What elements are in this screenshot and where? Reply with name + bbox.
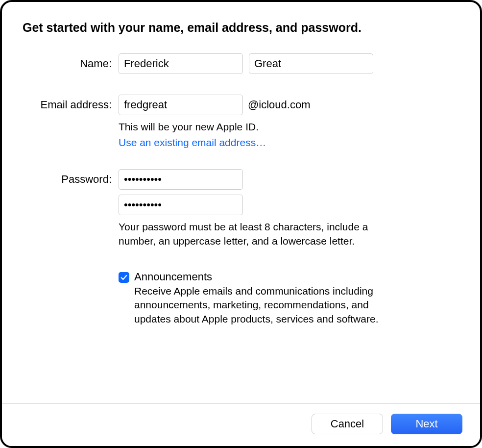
footer: Cancel Next <box>2 403 480 446</box>
password-input[interactable] <box>119 169 243 190</box>
page-heading: Get started with your name, email addres… <box>23 21 459 35</box>
use-existing-email-link[interactable]: Use an existing email address… <box>119 137 459 149</box>
password-label: Password: <box>23 169 119 186</box>
name-label: Name: <box>23 53 119 70</box>
announcements-checkbox[interactable] <box>119 272 129 283</box>
cancel-button[interactable]: Cancel <box>312 414 383 434</box>
email-label: Email address: <box>23 95 119 111</box>
last-name-input[interactable] <box>249 53 373 74</box>
announcements-description: Receive Apple emails and communications … <box>134 284 384 326</box>
email-suffix: @icloud.com <box>248 99 311 111</box>
announcements-title: Announcements <box>134 271 459 283</box>
password-hint: Your password must be at least 8 charact… <box>119 220 378 248</box>
first-name-input[interactable] <box>119 53 243 74</box>
email-hint: This will be your new Apple ID. <box>119 120 378 134</box>
checkmark-icon <box>120 274 127 281</box>
next-button[interactable]: Next <box>391 414 462 434</box>
password-confirm-input[interactable] <box>119 195 243 215</box>
email-input[interactable] <box>119 95 243 115</box>
